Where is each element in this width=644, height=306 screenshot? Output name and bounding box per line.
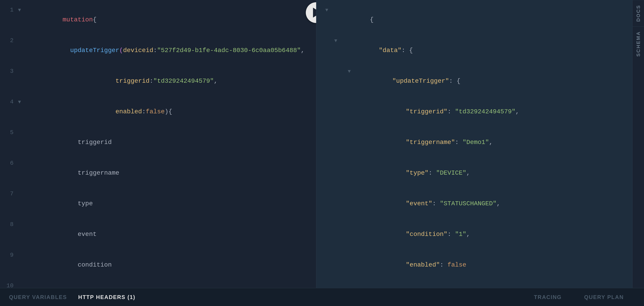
code-line-1: 1 ▼ mutation{ <box>0 5 316 35</box>
resp-content-7: "event": "STATUSCHANGED", <box>368 189 500 219</box>
resp-sep: : <box>428 170 436 177</box>
query-editor: 1 ▼ mutation{ 2 updateTrigger(deviceid:"… <box>0 5 316 288</box>
resp-key-triggerid: "triggerid" <box>406 108 448 115</box>
field-triggerid: triggerid <box>78 139 112 146</box>
indent <box>62 108 116 115</box>
resp-val-event: "STATUSCHANGED" <box>440 200 496 207</box>
code-line-10: 10 enabled <box>0 280 316 288</box>
resp-toggle-3[interactable]: ▼ <box>348 69 355 74</box>
line-content-3: triggerid:"td329242494579", <box>25 66 316 96</box>
resp-val-type: "DEVICE" <box>436 170 466 177</box>
resp-comma: , <box>466 170 470 177</box>
brace: { <box>93 16 96 23</box>
resp-key-enabled: "enabled" <box>406 261 440 268</box>
resp-comma: , <box>466 231 470 238</box>
sidebar-tab-schema[interactable]: SCHEMA <box>632 26 644 61</box>
resp-line-1: ▼ { <box>316 5 632 35</box>
resp-toggle-2[interactable]: ▼ <box>334 38 341 44</box>
resp-key-type: "type" <box>406 170 429 177</box>
keyword-mutation: mutation <box>62 16 93 23</box>
line-toggle-4[interactable]: ▼ <box>18 99 25 105</box>
resp-content-8: "condition": "1", <box>368 219 470 249</box>
resp-key-condition: "condition" <box>406 231 448 238</box>
resp-line-2: ▼ "data": { <box>316 35 632 66</box>
resp-comma: , <box>496 200 500 207</box>
indent <box>62 200 78 207</box>
bottom-tab-tracing[interactable]: TRACING <box>534 294 562 300</box>
bool-false: false <box>146 108 165 115</box>
field-condition: condition <box>78 261 112 268</box>
bottom-tab-http-headers[interactable]: HTTP HEADERS (1) <box>78 294 136 300</box>
line-content-10: enabled <box>25 281 316 288</box>
resp-key-triggername: "triggername" <box>406 139 455 146</box>
colon: : <box>142 108 146 115</box>
line-content-2: updateTrigger(deviceid:"527f2d49-b1fe-4a… <box>25 36 316 65</box>
resp-line-4: "triggerid": "td329242494579", <box>316 96 632 127</box>
line-num-7: 7 <box>0 190 18 197</box>
left-panel: 1 ▼ mutation{ 2 updateTrigger(deviceid:"… <box>0 0 316 288</box>
resp-sep: : <box>455 139 463 146</box>
line-content-8: event <box>25 219 316 249</box>
resp-sep: : <box>447 231 455 238</box>
resp-line-7: "event": "STATUSCHANGED", <box>316 188 632 219</box>
resp-content-10: } <box>362 281 403 288</box>
line-num-6: 6 <box>0 160 18 167</box>
bottom-right-tabs: TRACING QUERY PLAN <box>534 294 635 300</box>
paren-open: ( <box>119 47 123 54</box>
resp-line-5: "triggername": "Demo1", <box>316 127 632 158</box>
code-line-4: 4 ▼ enabled:false){ <box>0 96 316 127</box>
code-line-3: 3 triggerid:"td329242494579", <box>0 66 316 96</box>
indent <box>62 170 78 177</box>
code-line-5: 5 triggerid <box>0 127 316 158</box>
run-icon <box>313 8 316 18</box>
resp-val-condition: "1" <box>455 231 466 238</box>
field-triggername: triggername <box>78 170 119 177</box>
colon: : <box>153 47 157 54</box>
sidebar-tab-docs[interactable]: DOCS <box>632 0 644 26</box>
line-num-8: 8 <box>0 221 18 228</box>
line-content-9: condition <box>25 250 316 280</box>
line-num-5: 5 <box>0 129 18 136</box>
resp-comma: , <box>516 108 519 115</box>
resp-content-4: "triggerid": "td329242494579", <box>368 97 519 127</box>
param-triggerid: triggerid <box>116 78 150 84</box>
resp-content-5: "triggername": "Demo1", <box>368 127 493 157</box>
resp-line-3: ▼ "updateTrigger": { <box>316 66 632 96</box>
indent <box>62 47 70 54</box>
fn-updatetrigger: updateTrigger <box>70 47 119 54</box>
resp-content-3: "updateTrigger": { <box>355 66 460 96</box>
resp-toggle-1[interactable]: ▼ <box>326 8 332 13</box>
resp-key-data: "data" <box>379 47 402 54</box>
line-content-1: mutation{ <box>25 5 316 35</box>
line-content-6: triggername <box>25 158 316 188</box>
right-panel: ▼ { ▼ "data": { ▼ "updateTrigger": { <box>316 0 632 288</box>
resp-content-6: "type": "DEVICE", <box>368 158 470 188</box>
resp-brace: { <box>370 16 374 23</box>
resp-sep: : <box>432 200 440 207</box>
resp-colon-brace: : { <box>449 78 460 84</box>
code-line-2: 2 updateTrigger(deviceid:"527f2d49-b1fe-… <box>0 35 316 66</box>
code-line-6: 6 triggername <box>0 158 316 188</box>
bottom-tab-query-variables[interactable]: QUERY VARIABLES <box>9 294 67 300</box>
indent <box>62 231 78 238</box>
resp-line-8: "condition": "1", <box>316 219 632 250</box>
line-content-4: enabled:false){ <box>25 97 316 127</box>
resp-sep: : <box>440 261 448 268</box>
main-content: 1 ▼ mutation{ 2 updateTrigger(deviceid:"… <box>0 0 644 288</box>
string-triggerid-val: "td329242494579" <box>153 78 214 84</box>
resp-key-updatetrigger: "updateTrigger" <box>392 78 449 84</box>
field-type: type <box>78 200 93 207</box>
line-content-7: type <box>25 189 316 219</box>
resp-key-event: "event" <box>406 200 432 207</box>
response-viewer: ▼ { ▼ "data": { ▼ "updateTrigger": { <box>316 5 632 288</box>
resp-content-9: "enabled": false <box>368 250 466 280</box>
indent <box>62 139 78 146</box>
resp-line-9: "enabled": false <box>316 250 632 280</box>
string-deviceid-val: "527f2d49-b1fe-4adc-8030-6c0aa05b6488" <box>157 47 301 54</box>
param-deviceid: deviceid <box>123 47 153 54</box>
resp-content-2: "data": { <box>341 36 413 65</box>
line-toggle-1[interactable]: ▼ <box>18 8 25 13</box>
code-line-8: 8 event <box>0 219 316 250</box>
colon: : <box>150 78 154 84</box>
bottom-tab-query-plan[interactable]: QUERY PLAN <box>584 294 624 300</box>
